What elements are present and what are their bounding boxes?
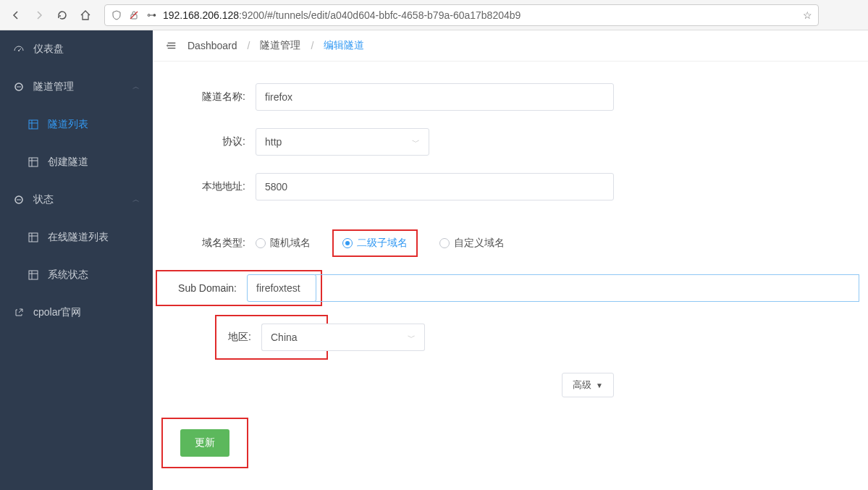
sidebar-item-cpolar-site[interactable]: cpolar官网 xyxy=(0,294,153,331)
radio-icon xyxy=(439,238,450,248)
svg-rect-14 xyxy=(29,233,38,242)
radio-subdomain[interactable]: 二级子域名 xyxy=(335,232,415,254)
region-value-box: China xyxy=(261,324,322,351)
advanced-label: 高级 xyxy=(573,379,591,392)
breadcrumb-sep: / xyxy=(248,40,250,51)
subdomain-input-extension[interactable] xyxy=(315,274,859,302)
grid-icon xyxy=(28,119,39,130)
shield-icon xyxy=(111,9,122,21)
local-addr-label: 本地地址: xyxy=(161,180,256,193)
sidebar-item-tunnel-list[interactable]: 隧道列表 xyxy=(0,106,153,143)
region-label: 地区: xyxy=(221,331,261,344)
subdomain-input-visible[interactable] xyxy=(247,274,316,302)
chevron-up-icon: ︿ xyxy=(132,82,140,92)
sidebar-label: cpolar官网 xyxy=(33,306,81,319)
url-bar[interactable]: ⊶ 192.168.206.128:9200/#/tunnels/edit/a0… xyxy=(104,4,819,26)
chevron-down-icon: ﹀ xyxy=(412,137,420,148)
tunnel-name-input[interactable] xyxy=(256,83,614,111)
radio-custom-domain[interactable]: 自定义域名 xyxy=(439,237,505,250)
menu-collapse-icon[interactable] xyxy=(166,40,177,51)
grid-icon xyxy=(28,232,39,243)
back-button[interactable] xyxy=(6,5,26,25)
radio-label: 随机域名 xyxy=(270,237,311,250)
sidebar-label: 仪表盘 xyxy=(33,43,64,56)
sidebar-item-status[interactable]: 状态 ︿ xyxy=(0,181,153,219)
domain-type-label: 域名类型: xyxy=(161,237,256,250)
breadcrumb-item[interactable]: 隧道管理 xyxy=(260,39,300,52)
sidebar-label: 隧道管理 xyxy=(33,80,74,93)
sidebar: 仪表盘 隧道管理 ︿ 隧道列表 创建隧道 状态 ︿ 在线隧道列表 系统状态 xyxy=(0,30,153,490)
sidebar-item-tunnel-mgmt[interactable]: 隧道管理 ︿ xyxy=(0,68,153,106)
update-label: 更新 xyxy=(195,436,215,448)
key-icon: ⊶ xyxy=(146,9,157,21)
svg-rect-17 xyxy=(29,271,38,279)
sidebar-label: 创建隧道 xyxy=(48,156,88,169)
local-addr-input[interactable] xyxy=(256,173,614,200)
advanced-button[interactable]: 高级 ▼ xyxy=(562,373,614,397)
radio-icon xyxy=(256,238,266,248)
url-text: 192.168.206.128:9200/#/tunnels/edit/a040… xyxy=(163,9,797,21)
radio-label: 自定义域名 xyxy=(454,237,505,250)
protocol-label: 协议: xyxy=(161,135,256,148)
sidebar-label: 隧道列表 xyxy=(48,118,88,131)
breadcrumb-sep: / xyxy=(311,40,313,51)
bookmark-star-icon[interactable]: ☆ xyxy=(803,9,812,21)
main-content: Dashboard / 隧道管理 / 编辑隧道 隧道名称: 协议: http ﹀… xyxy=(153,30,868,490)
svg-rect-6 xyxy=(29,120,38,129)
caret-down-icon: ▼ xyxy=(596,381,603,389)
svg-rect-9 xyxy=(29,158,38,166)
home-button[interactable] xyxy=(75,5,96,25)
subdomain-label: Sub Domain: xyxy=(161,282,247,294)
reload-button[interactable] xyxy=(52,5,72,25)
forward-button[interactable] xyxy=(29,5,49,25)
protocol-value: http xyxy=(265,136,282,148)
radio-random-domain[interactable]: 随机域名 xyxy=(256,237,311,250)
sidebar-item-dashboard[interactable]: 仪表盘 xyxy=(0,30,153,68)
gauge-icon xyxy=(13,43,25,55)
region-select[interactable]: ﹀ xyxy=(321,324,425,351)
circle-icon xyxy=(13,194,25,206)
sidebar-label: 状态 xyxy=(33,193,54,206)
browser-toolbar: ⊶ 192.168.206.128:9200/#/tunnels/edit/a0… xyxy=(0,0,868,30)
external-link-icon xyxy=(13,307,25,318)
radio-icon xyxy=(342,238,353,248)
edit-tunnel-form: 隧道名称: 协议: http ﹀ 本地地址: 域名类型: 随机域 xyxy=(153,62,868,490)
topbar: Dashboard / 隧道管理 / 编辑隧道 xyxy=(153,30,868,62)
update-button[interactable]: 更新 xyxy=(180,429,229,457)
breadcrumb-item[interactable]: Dashboard xyxy=(187,40,237,51)
sidebar-item-create-tunnel[interactable]: 创建隧道 xyxy=(0,143,153,181)
breadcrumb-current: 编辑隧道 xyxy=(324,39,364,52)
tunnel-name-label: 隧道名称: xyxy=(161,90,256,104)
grid-icon xyxy=(28,156,39,168)
protocol-select[interactable]: http ﹀ xyxy=(256,128,429,156)
chevron-up-icon: ︿ xyxy=(132,195,140,205)
lock-slash-icon xyxy=(128,9,140,21)
grid-icon xyxy=(28,269,39,281)
sidebar-item-sys-status[interactable]: 系统状态 xyxy=(0,256,153,294)
chevron-down-icon: ﹀ xyxy=(408,332,416,343)
sidebar-label: 在线隧道列表 xyxy=(48,231,109,244)
sidebar-item-online-list[interactable]: 在线隧道列表 xyxy=(0,219,153,256)
sidebar-label: 系统状态 xyxy=(48,269,88,282)
circle-icon xyxy=(13,81,25,93)
svg-line-3 xyxy=(19,48,21,51)
radio-label: 二级子域名 xyxy=(357,237,408,250)
